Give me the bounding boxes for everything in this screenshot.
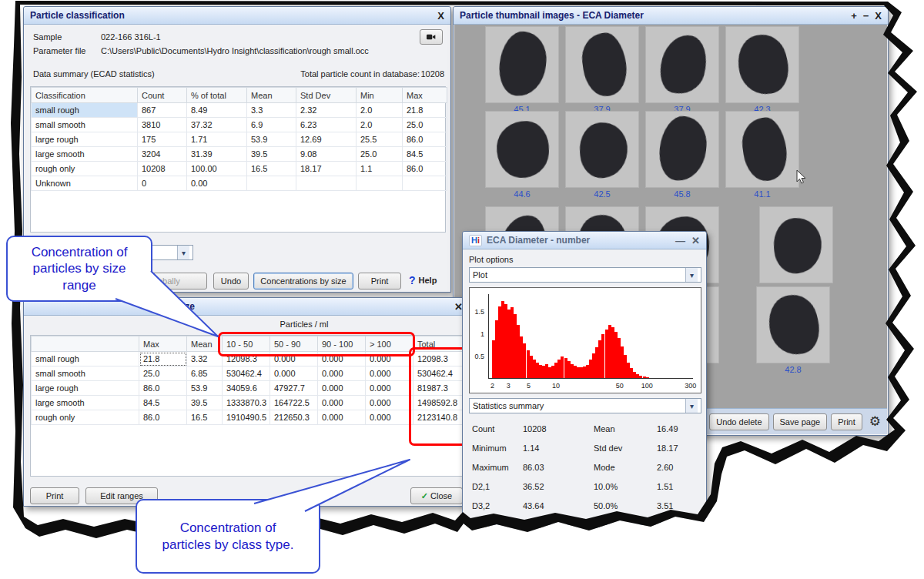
concentrations-by-size-button[interactable]: Concentrations by size [253,273,353,290]
table-cell: 25.0 [357,147,403,162]
save-page-button[interactable]: Save page [773,413,828,430]
table-row[interactable]: small smooth381037.326.96.232.025.0 [32,118,447,132]
table-row[interactable]: large smooth84.539.51333870.3164722.50.0… [32,396,466,410]
table-cell: 86.0 [139,410,187,425]
y-axis-tick-label: 1 [480,330,484,338]
table-header-row: ClassificationCount% of totalMeanStd Dev… [32,88,447,103]
stat-label: Mean [594,424,615,433]
table-cell: rough only [32,162,138,176]
column-header: Total [413,336,466,352]
stat-label: 10.0% [594,482,618,491]
table-cell: 0.000 [318,366,366,381]
table-cell: large rough [32,381,139,396]
stat-value: 10208 [523,424,547,433]
table-cell: 530462.4 [223,366,270,381]
thumbnails-footer-buttons: Undo deleteSave pagePrint [709,413,862,430]
particle-thumbnail[interactable] [645,111,719,188]
zoom-in-icon[interactable]: + [851,11,857,21]
eca-diameter-titlebar[interactable]: Hi ECA Diameter - number — ✕ [463,232,706,249]
table-cell: 0.000 [270,352,318,366]
table-cell: 6.9 [247,118,296,132]
stat-label: Std dev [594,443,622,453]
plot-type-dropdown[interactable]: Plot ▾ [469,267,701,283]
undo-button[interactable]: Undo [213,273,249,290]
table-cell [296,176,357,191]
table-cell: 16.5 [247,162,296,176]
close-icon[interactable]: X [875,11,882,21]
table-cell: 84.5 [403,147,447,162]
close-button[interactable]: ✓Close [410,487,463,504]
x-axis-tick-label: 2 [490,382,494,390]
window-title: Particle thumbnail images - ECA Diameter [460,10,644,21]
help-button[interactable]: ? Help [409,274,437,286]
statistics-row: D4,347.4890.0%50.35 [463,517,706,537]
table-row[interactable]: small smooth25.06.85530462.40.0000.0000.… [32,366,466,381]
camera-button[interactable] [420,29,443,45]
table-cell: 18.17 [296,162,357,176]
column-header: Mean [247,88,296,103]
minimize-icon[interactable]: — [675,236,685,246]
table-row[interactable]: small rough8678.493.32.322.021.8 [32,103,447,118]
thumbnail-measurement-value: 42.5 [565,189,639,199]
table-cell: large smooth [32,147,138,162]
particle-thumbnail[interactable] [565,111,639,188]
table-row[interactable]: large rough86.053.934059.647927.70.0000.… [32,381,466,396]
y-axis-tick-label: 0.5 [474,353,484,360]
stat-label: 90.0% [594,520,618,530]
total-count-label: Total particle count in database: [300,69,420,79]
table-cell [403,176,447,191]
particle-thumbnail[interactable] [759,206,833,283]
table-cell: 0.000 [318,381,366,396]
table-cell: 0.00 [187,176,247,191]
print-button[interactable]: Print [30,487,79,504]
particle-blob-image [763,290,825,360]
classification-table[interactable]: ClassificationCount% of totalMeanStd Dev… [31,87,447,191]
table-cell: 12.69 [296,132,357,147]
parameter-file-value: C:\Users\Public\Documents\Hydro Insight\… [101,46,369,55]
print-button[interactable]: Print [358,273,401,290]
print-button[interactable]: Print [831,413,862,430]
table-cell: 0.000 [318,396,366,410]
particle-thumbnail[interactable] [725,26,799,103]
statistics-summary-dropdown[interactable]: Statistics summary ▾ [469,398,701,413]
y-axis-tick-label: 1.5 [474,308,484,316]
undo-delete-button[interactable]: Undo delete [709,413,768,430]
column-header: Max [403,88,447,103]
thumbnail-measurement-value: 44.6 [485,189,559,199]
eca-diameter-window: Hi ECA Diameter - number — ✕ Plot option… [462,231,707,525]
table-row[interactable]: large smooth320431.3939.59.0825.084.5 [32,147,447,162]
table-row[interactable]: rough only86.016.51910490.5212650.30.000… [32,410,466,425]
zoom-out-icon[interactable]: − [863,11,869,21]
particle-thumbnail[interactable] [565,26,639,103]
particle-thumbnails-titlebar[interactable]: Particle thumbnail images - ECA Diameter… [454,7,888,25]
particle-blob-image [497,29,549,99]
gear-icon[interactable]: ⚙ [869,413,881,430]
table-cell: 1333870.3 [223,396,270,410]
close-icon[interactable]: X [437,11,444,21]
window-title: Particle classification [30,10,125,21]
table-cell: 0 [138,176,187,191]
table-cell: small smooth [32,118,138,132]
particle-thumbnail[interactable] [485,111,559,188]
particle-blob-image [495,119,551,180]
particle-thumbnail[interactable] [725,111,799,188]
table-row[interactable]: Unknown00.00 [32,176,447,191]
table-cell: 2123140.8 [413,410,466,425]
particle-thumbnail[interactable] [485,26,559,103]
particle-thumbnail[interactable] [645,26,719,103]
chevron-down-icon: ▾ [685,399,698,413]
particle-thumbnail[interactable] [756,286,830,363]
concentration-size-table[interactable]: MaxMean10 - 5050 - 9090 - 100> 100Totals… [31,336,466,425]
close-icon[interactable]: ✕ [691,236,700,246]
table-row[interactable]: small rough21.83.3212098.30.0000.0000.00… [32,352,466,366]
table-row[interactable]: rough only10208100.0016.518.171.186.0 [32,162,447,176]
table-cell: 6.23 [296,118,357,132]
particle-blob-image [772,216,824,275]
table-cell: 25.0 [403,118,447,132]
table-cell: 530462.4 [413,366,466,381]
particle-classification-titlebar[interactable]: Particle classification X [24,7,450,25]
stat-value: 1.14 [523,443,539,453]
x-axis-tick-label: 50 [616,382,624,390]
stat-value: 3.51 [657,501,673,510]
table-row[interactable]: large rough1751.7153.912.6925.586.0 [32,132,447,147]
